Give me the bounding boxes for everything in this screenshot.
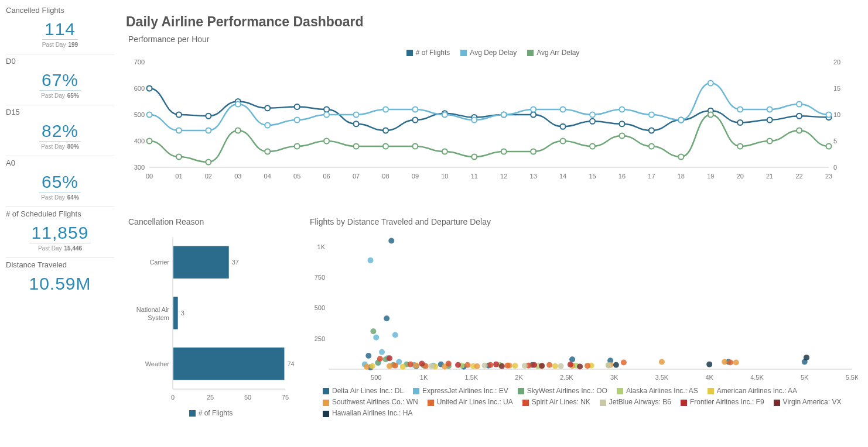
svg-point-84 — [176, 154, 182, 160]
legend-item[interactable]: # of Flights — [406, 49, 450, 57]
svg-point-74 — [590, 112, 595, 118]
svg-point-61 — [206, 128, 211, 133]
svg-point-78 — [708, 81, 713, 86]
svg-point-85 — [206, 160, 211, 165]
kpi-card[interactable]: D0 67% Past Day65% — [6, 54, 114, 105]
svg-point-92 — [412, 144, 418, 149]
svg-text:20: 20 — [833, 59, 840, 66]
kpi-title: D15 — [6, 108, 114, 116]
kpi-card[interactable]: Distance Traveled 10.59M — [6, 258, 114, 300]
svg-point-95 — [501, 149, 507, 154]
cancel-chart[interactable]: 0255075Carrier37National AirSystem3Weath… — [126, 231, 296, 407]
svg-text:750: 750 — [315, 274, 325, 281]
legend-item[interactable]: Spirit Air Lines: NK — [522, 398, 590, 406]
svg-point-71 — [501, 112, 507, 118]
svg-point-59 — [147, 112, 152, 118]
legend-item[interactable]: SkyWest Airlines Inc.: OO — [518, 387, 607, 395]
svg-point-72 — [531, 107, 536, 112]
svg-point-216 — [568, 362, 573, 367]
svg-point-44 — [412, 118, 418, 123]
svg-text:05: 05 — [293, 173, 300, 180]
kpi-card[interactable]: A0 65% Past Day64% — [6, 156, 114, 207]
legend-item[interactable]: American Airlines Inc.: AA — [708, 387, 797, 395]
svg-point-73 — [561, 107, 566, 112]
svg-point-94 — [471, 154, 477, 160]
kpi-value: 114 — [42, 19, 78, 40]
svg-rect-120 — [173, 348, 284, 380]
legend-item[interactable]: Avg Dep Delay — [460, 49, 517, 57]
legend-item[interactable]: Hawaiian Airlines Inc.: HA — [323, 409, 412, 417]
svg-text:400: 400 — [134, 137, 145, 145]
svg-point-219 — [577, 363, 583, 369]
legend-item[interactable]: JetBlue Airways: B6 — [600, 398, 671, 406]
legend-item[interactable]: United Air Lines Inc.: UA — [428, 398, 513, 406]
svg-point-91 — [383, 144, 388, 149]
svg-point-203 — [446, 361, 452, 367]
perf-chart[interactable]: 3004005006007000510152000010203040506070… — [126, 59, 860, 211]
svg-point-208 — [522, 363, 528, 369]
svg-point-75 — [619, 107, 624, 112]
kpi-title: Cancelled Flights — [6, 6, 114, 15]
svg-text:3: 3 — [181, 310, 184, 317]
scatter-chart[interactable]: 2505007501K5001K1.5K2K2.5K3K3.5K4K4.5K5K… — [307, 231, 858, 383]
svg-point-102 — [708, 112, 713, 118]
svg-text:12: 12 — [500, 173, 507, 180]
svg-text:19: 19 — [707, 173, 714, 180]
svg-point-60 — [176, 128, 182, 133]
svg-point-153 — [373, 335, 379, 341]
svg-point-175 — [400, 364, 406, 370]
svg-text:50: 50 — [244, 394, 251, 401]
svg-point-220 — [804, 355, 809, 360]
svg-point-200 — [727, 360, 733, 366]
svg-text:1K: 1K — [317, 243, 326, 250]
svg-point-206 — [429, 363, 435, 369]
svg-text:20: 20 — [737, 173, 744, 180]
svg-point-57 — [797, 114, 802, 119]
legend-item[interactable]: Southwest Airlines Co.: WN — [323, 398, 418, 406]
kpi-sub: Past Day64% — [6, 194, 114, 201]
svg-point-87 — [265, 149, 270, 154]
legend-item[interactable]: Alaska Airlines Inc.: AS — [617, 387, 698, 395]
kpi-card[interactable]: D15 82% Past Day80% — [6, 105, 114, 156]
kpi-value: 67% — [39, 70, 81, 91]
page-title: Daily Airline Performance Dashboard — [126, 14, 860, 30]
svg-text:23: 23 — [825, 173, 832, 180]
svg-text:75: 75 — [282, 394, 289, 401]
svg-text:National Air: National Air — [136, 306, 170, 313]
cancel-chart-title: Cancellation Reason — [128, 217, 296, 226]
svg-point-48 — [531, 112, 536, 118]
svg-point-215 — [531, 362, 537, 368]
svg-point-218 — [539, 363, 545, 369]
legend-item[interactable]: Delta Air Lines Inc.: DL — [323, 387, 404, 395]
svg-text:21: 21 — [766, 173, 773, 180]
kpi-sub: Past Day80% — [6, 143, 114, 150]
kpi-card[interactable]: Cancelled Flights 114 Past Day199 — [6, 4, 114, 54]
legend-item[interactable]: Frontier Airlines Inc.: F9 — [681, 398, 764, 406]
kpi-card[interactable]: # of Scheduled Flights 11,859 Past Day15… — [6, 207, 114, 258]
kpi-title: Distance Traveled — [6, 260, 114, 269]
legend-item[interactable]: ExpressJet Airlines Inc.: EV — [413, 387, 508, 395]
legend-item[interactable]: Virgin America: VX — [774, 398, 842, 406]
svg-text:700: 700 — [134, 59, 145, 66]
svg-point-191 — [722, 359, 727, 365]
svg-point-70 — [471, 118, 477, 123]
svg-point-67 — [383, 107, 388, 112]
svg-point-211 — [387, 355, 392, 361]
svg-point-104 — [767, 139, 773, 144]
svg-point-50 — [590, 119, 595, 124]
svg-point-101 — [678, 154, 684, 160]
svg-point-197 — [546, 362, 552, 368]
legend-item[interactable]: Avg Arr Delay — [527, 49, 579, 57]
svg-point-162 — [370, 328, 376, 334]
svg-point-106 — [826, 144, 832, 149]
svg-text:02: 02 — [205, 173, 212, 180]
svg-text:09: 09 — [412, 173, 419, 180]
svg-point-199 — [621, 360, 627, 366]
svg-point-210 — [606, 363, 611, 369]
svg-point-178 — [512, 363, 518, 369]
svg-point-190 — [659, 359, 665, 365]
svg-point-212 — [419, 361, 425, 367]
svg-text:4K: 4K — [705, 374, 713, 381]
svg-text:500: 500 — [371, 374, 381, 381]
kpi-value: 10.59M — [29, 274, 91, 293]
